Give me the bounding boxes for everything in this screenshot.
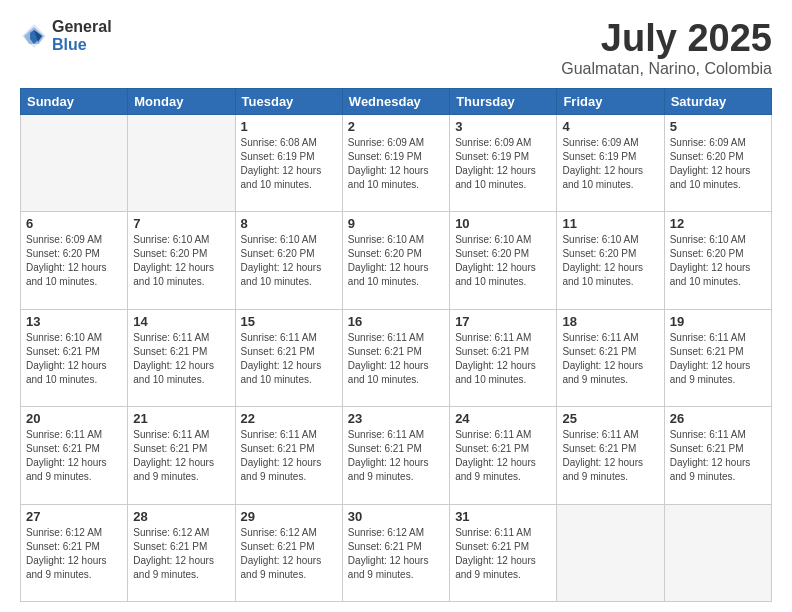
calendar-cell: 12Sunrise: 6:10 AM Sunset: 6:20 PM Dayli…: [664, 212, 771, 309]
day-number: 8: [241, 216, 337, 231]
calendar-cell: 17Sunrise: 6:11 AM Sunset: 6:21 PM Dayli…: [450, 309, 557, 406]
day-number: 28: [133, 509, 229, 524]
calendar-cell: 31Sunrise: 6:11 AM Sunset: 6:21 PM Dayli…: [450, 504, 557, 601]
day-info: Sunrise: 6:09 AM Sunset: 6:20 PM Dayligh…: [26, 233, 122, 289]
day-number: 15: [241, 314, 337, 329]
day-number: 3: [455, 119, 551, 134]
day-number: 29: [241, 509, 337, 524]
calendar-cell: 11Sunrise: 6:10 AM Sunset: 6:20 PM Dayli…: [557, 212, 664, 309]
day-number: 25: [562, 411, 658, 426]
day-number: 2: [348, 119, 444, 134]
header-sunday: Sunday: [21, 88, 128, 114]
header-tuesday: Tuesday: [235, 88, 342, 114]
day-number: 17: [455, 314, 551, 329]
day-info: Sunrise: 6:11 AM Sunset: 6:21 PM Dayligh…: [241, 428, 337, 484]
day-number: 6: [26, 216, 122, 231]
day-info: Sunrise: 6:11 AM Sunset: 6:21 PM Dayligh…: [26, 428, 122, 484]
day-info: Sunrise: 6:10 AM Sunset: 6:20 PM Dayligh…: [241, 233, 337, 289]
day-info: Sunrise: 6:12 AM Sunset: 6:21 PM Dayligh…: [348, 526, 444, 582]
day-number: 22: [241, 411, 337, 426]
logo: General Blue: [20, 18, 112, 53]
day-number: 30: [348, 509, 444, 524]
calendar-cell: 18Sunrise: 6:11 AM Sunset: 6:21 PM Dayli…: [557, 309, 664, 406]
day-info: Sunrise: 6:11 AM Sunset: 6:21 PM Dayligh…: [670, 428, 766, 484]
calendar-cell: 5Sunrise: 6:09 AM Sunset: 6:20 PM Daylig…: [664, 114, 771, 211]
day-info: Sunrise: 6:11 AM Sunset: 6:21 PM Dayligh…: [348, 331, 444, 387]
calendar-cell: 20Sunrise: 6:11 AM Sunset: 6:21 PM Dayli…: [21, 407, 128, 504]
day-info: Sunrise: 6:11 AM Sunset: 6:21 PM Dayligh…: [562, 428, 658, 484]
calendar-cell: 1Sunrise: 6:08 AM Sunset: 6:19 PM Daylig…: [235, 114, 342, 211]
calendar-week-3: 20Sunrise: 6:11 AM Sunset: 6:21 PM Dayli…: [21, 407, 772, 504]
calendar-cell: 25Sunrise: 6:11 AM Sunset: 6:21 PM Dayli…: [557, 407, 664, 504]
calendar-cell: 21Sunrise: 6:11 AM Sunset: 6:21 PM Dayli…: [128, 407, 235, 504]
day-info: Sunrise: 6:10 AM Sunset: 6:20 PM Dayligh…: [455, 233, 551, 289]
calendar-cell: [664, 504, 771, 601]
calendar-cell: 23Sunrise: 6:11 AM Sunset: 6:21 PM Dayli…: [342, 407, 449, 504]
calendar-cell: [128, 114, 235, 211]
logo-icon: [20, 22, 48, 50]
day-info: Sunrise: 6:12 AM Sunset: 6:21 PM Dayligh…: [241, 526, 337, 582]
day-number: 12: [670, 216, 766, 231]
day-number: 9: [348, 216, 444, 231]
calendar-cell: 15Sunrise: 6:11 AM Sunset: 6:21 PM Dayli…: [235, 309, 342, 406]
day-number: 21: [133, 411, 229, 426]
header: General Blue July 2025 Gualmatan, Narino…: [20, 18, 772, 78]
day-number: 20: [26, 411, 122, 426]
day-number: 7: [133, 216, 229, 231]
day-number: 4: [562, 119, 658, 134]
day-info: Sunrise: 6:11 AM Sunset: 6:21 PM Dayligh…: [455, 331, 551, 387]
calendar-week-1: 6Sunrise: 6:09 AM Sunset: 6:20 PM Daylig…: [21, 212, 772, 309]
calendar-cell: 6Sunrise: 6:09 AM Sunset: 6:20 PM Daylig…: [21, 212, 128, 309]
day-info: Sunrise: 6:12 AM Sunset: 6:21 PM Dayligh…: [26, 526, 122, 582]
calendar-cell: 8Sunrise: 6:10 AM Sunset: 6:20 PM Daylig…: [235, 212, 342, 309]
day-info: Sunrise: 6:11 AM Sunset: 6:21 PM Dayligh…: [133, 428, 229, 484]
calendar-cell: 27Sunrise: 6:12 AM Sunset: 6:21 PM Dayli…: [21, 504, 128, 601]
header-wednesday: Wednesday: [342, 88, 449, 114]
header-friday: Friday: [557, 88, 664, 114]
day-info: Sunrise: 6:10 AM Sunset: 6:20 PM Dayligh…: [670, 233, 766, 289]
day-info: Sunrise: 6:09 AM Sunset: 6:19 PM Dayligh…: [455, 136, 551, 192]
day-number: 13: [26, 314, 122, 329]
day-number: 5: [670, 119, 766, 134]
header-monday: Monday: [128, 88, 235, 114]
day-number: 11: [562, 216, 658, 231]
day-info: Sunrise: 6:09 AM Sunset: 6:19 PM Dayligh…: [348, 136, 444, 192]
day-number: 14: [133, 314, 229, 329]
day-number: 31: [455, 509, 551, 524]
day-info: Sunrise: 6:09 AM Sunset: 6:19 PM Dayligh…: [562, 136, 658, 192]
day-number: 26: [670, 411, 766, 426]
main-title: July 2025: [561, 18, 772, 60]
logo-text: General Blue: [52, 18, 112, 53]
calendar-cell: [557, 504, 664, 601]
day-number: 23: [348, 411, 444, 426]
title-block: July 2025 Gualmatan, Narino, Colombia: [561, 18, 772, 78]
page: General Blue July 2025 Gualmatan, Narino…: [0, 0, 792, 612]
calendar-cell: 19Sunrise: 6:11 AM Sunset: 6:21 PM Dayli…: [664, 309, 771, 406]
day-info: Sunrise: 6:10 AM Sunset: 6:20 PM Dayligh…: [133, 233, 229, 289]
calendar-cell: 4Sunrise: 6:09 AM Sunset: 6:19 PM Daylig…: [557, 114, 664, 211]
day-info: Sunrise: 6:11 AM Sunset: 6:21 PM Dayligh…: [241, 331, 337, 387]
calendar-cell: 14Sunrise: 6:11 AM Sunset: 6:21 PM Dayli…: [128, 309, 235, 406]
day-number: 19: [670, 314, 766, 329]
day-number: 27: [26, 509, 122, 524]
subtitle: Gualmatan, Narino, Colombia: [561, 60, 772, 78]
calendar-cell: 2Sunrise: 6:09 AM Sunset: 6:19 PM Daylig…: [342, 114, 449, 211]
day-number: 18: [562, 314, 658, 329]
calendar-header-row: Sunday Monday Tuesday Wednesday Thursday…: [21, 88, 772, 114]
logo-general: General: [52, 18, 112, 36]
day-info: Sunrise: 6:12 AM Sunset: 6:21 PM Dayligh…: [133, 526, 229, 582]
day-info: Sunrise: 6:10 AM Sunset: 6:21 PM Dayligh…: [26, 331, 122, 387]
day-info: Sunrise: 6:11 AM Sunset: 6:21 PM Dayligh…: [133, 331, 229, 387]
header-thursday: Thursday: [450, 88, 557, 114]
day-info: Sunrise: 6:09 AM Sunset: 6:20 PM Dayligh…: [670, 136, 766, 192]
calendar-cell: 29Sunrise: 6:12 AM Sunset: 6:21 PM Dayli…: [235, 504, 342, 601]
calendar-cell: 13Sunrise: 6:10 AM Sunset: 6:21 PM Dayli…: [21, 309, 128, 406]
day-info: Sunrise: 6:11 AM Sunset: 6:21 PM Dayligh…: [562, 331, 658, 387]
day-number: 1: [241, 119, 337, 134]
calendar-cell: 9Sunrise: 6:10 AM Sunset: 6:20 PM Daylig…: [342, 212, 449, 309]
calendar-cell: 22Sunrise: 6:11 AM Sunset: 6:21 PM Dayli…: [235, 407, 342, 504]
calendar-table: Sunday Monday Tuesday Wednesday Thursday…: [20, 88, 772, 602]
calendar-cell: 26Sunrise: 6:11 AM Sunset: 6:21 PM Dayli…: [664, 407, 771, 504]
day-info: Sunrise: 6:11 AM Sunset: 6:21 PM Dayligh…: [455, 526, 551, 582]
day-info: Sunrise: 6:11 AM Sunset: 6:21 PM Dayligh…: [670, 331, 766, 387]
